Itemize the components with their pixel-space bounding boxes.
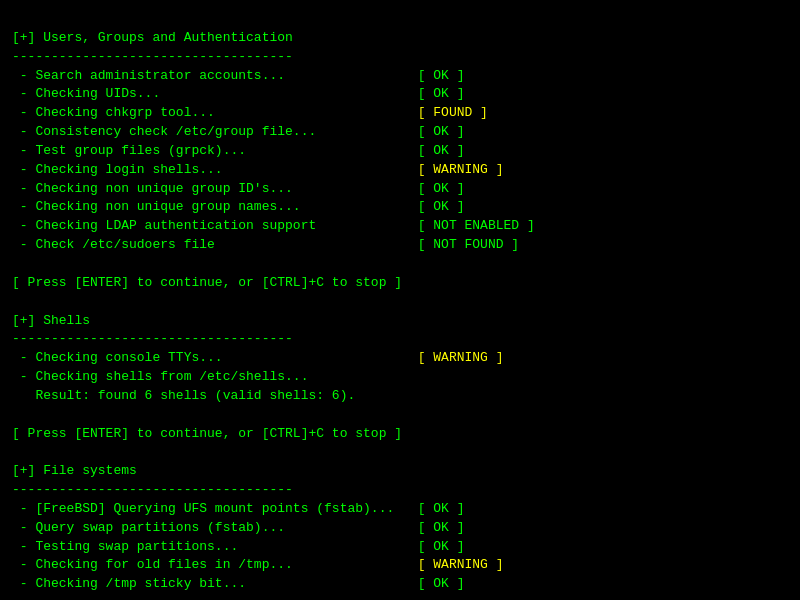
item-label: - Test group files (grpck)... [12, 143, 418, 158]
section-header-users-groups: [+] Users, Groups and Authentication [12, 29, 788, 48]
item-label: - Checking UIDs... [12, 86, 418, 101]
item-label: - Checking non unique group names... [12, 199, 418, 214]
section-separator-users-groups: ------------------------------------ [12, 48, 788, 67]
item-status: [ OK ] [418, 68, 465, 83]
item-status: [ OK ] [418, 501, 465, 516]
item-label: - Checking non unique group ID's... [12, 181, 418, 196]
section-header-shells: [+] Shells [12, 312, 788, 331]
item-status: [ OK ] [418, 86, 465, 101]
item-status: [ OK ] [418, 539, 465, 554]
item-label: - Testing swap partitions... [12, 539, 418, 554]
item-label: - Search administrator accounts... [12, 68, 418, 83]
item-status: [ OK ] [418, 576, 465, 591]
item-status: [ OK ] [418, 181, 465, 196]
section-separator-filesystems: ------------------------------------ [12, 481, 788, 500]
list-item: - Checking non unique group ID's... [ OK… [12, 180, 788, 199]
item-status: [ NOT FOUND ] [418, 237, 519, 252]
item-status: [ OK ] [418, 199, 465, 214]
list-item: - [FreeBSD] Querying UFS mount points (f… [12, 500, 788, 519]
item-status: [ FOUND ] [418, 105, 488, 120]
list-item: - Checking chkgrp tool... [ FOUND ] [12, 104, 788, 123]
terminal-output: [+] Users, Groups and Authentication----… [12, 10, 788, 594]
prompt-line: [ Press [ENTER] to continue, or [CTRL]+C… [12, 425, 788, 444]
list-item: - Checking login shells... [ WARNING ] [12, 161, 788, 180]
section-header-filesystems: [+] File systems [12, 462, 788, 481]
item-status: [ OK ] [418, 124, 465, 139]
item-label: - Checking for old files in /tmp... [12, 557, 418, 572]
list-item: - Search administrator accounts... [ OK … [12, 67, 788, 86]
list-item: - Checking non unique group names... [ O… [12, 198, 788, 217]
list-item: - Check /etc/sudoers file [ NOT FOUND ] [12, 236, 788, 255]
list-item: - Checking /tmp sticky bit... [ OK ] [12, 575, 788, 594]
item-status: [ OK ] [418, 520, 465, 535]
section-separator-shells: ------------------------------------ [12, 330, 788, 349]
item-label: - Checking console TTYs... [12, 350, 418, 365]
item-status: [ WARNING ] [418, 162, 504, 177]
list-item: Result: found 6 shells (valid shells: 6)… [12, 387, 788, 406]
list-item: - Consistency check /etc/group file... [… [12, 123, 788, 142]
item-label: - Checking chkgrp tool... [12, 105, 418, 120]
item-status: [ WARNING ] [418, 350, 504, 365]
prompt-line: [ Press [ENTER] to continue, or [CTRL]+C… [12, 274, 788, 293]
item-label: - Query swap partitions (fstab)... [12, 520, 418, 535]
item-status: [ OK ] [418, 143, 465, 158]
list-item: - Query swap partitions (fstab)... [ OK … [12, 519, 788, 538]
list-item: - Testing swap partitions... [ OK ] [12, 538, 788, 557]
list-item: - Test group files (grpck)... [ OK ] [12, 142, 788, 161]
list-item: - Checking LDAP authentication support [… [12, 217, 788, 236]
list-item: - Checking UIDs... [ OK ] [12, 85, 788, 104]
item-status: [ WARNING ] [418, 557, 504, 572]
list-item: - Checking shells from /etc/shells... [12, 368, 788, 387]
item-label: - Consistency check /etc/group file... [12, 124, 418, 139]
item-status: [ NOT ENABLED ] [418, 218, 535, 233]
list-item: - Checking for old files in /tmp... [ WA… [12, 556, 788, 575]
item-label: - Checking /tmp sticky bit... [12, 576, 418, 591]
item-label: - Check /etc/sudoers file [12, 237, 418, 252]
item-label: - Checking LDAP authentication support [12, 218, 418, 233]
list-item: - Checking console TTYs... [ WARNING ] [12, 349, 788, 368]
item-label: - [FreeBSD] Querying UFS mount points (f… [12, 501, 418, 516]
item-label: - Checking login shells... [12, 162, 418, 177]
